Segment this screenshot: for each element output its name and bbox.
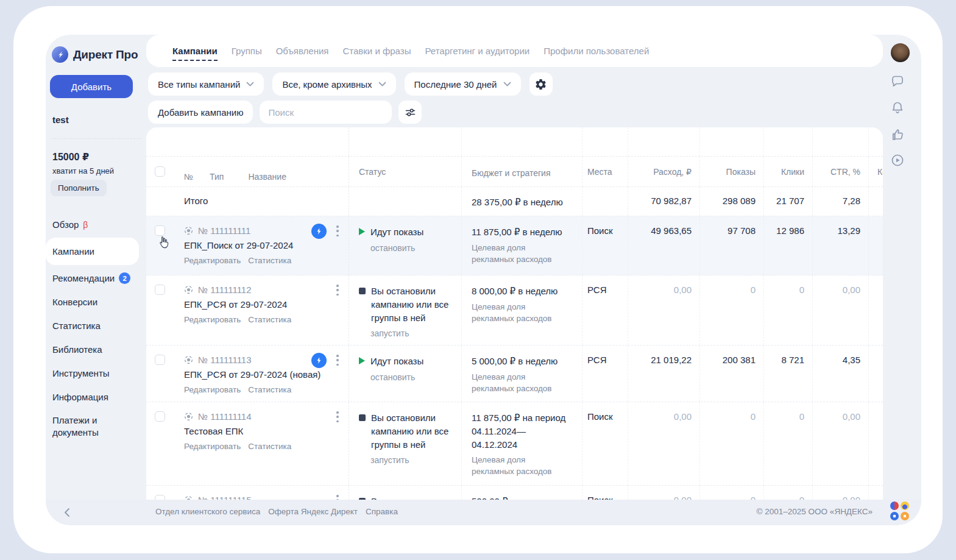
campaign-name[interactable]: ЕПК_Поиск от 29-07-2024 [184,240,327,250]
table-settings-button[interactable] [529,73,553,96]
brand-logo[interactable]: Директ Про [52,46,138,63]
campaign-type-icon [184,412,193,421]
edit-link[interactable]: Редактировать [184,315,241,324]
edit-link[interactable]: Редактировать [184,256,241,265]
start-link[interactable]: запустить [370,328,461,338]
sidebar-divider [52,138,141,139]
stats-link[interactable]: Статистика [248,385,291,394]
status-text: Вы остановили кампанию или все группы в … [371,411,456,451]
brand-name: Директ Про [73,48,138,62]
filter-label: Последние 30 дней [414,79,497,90]
stop-link[interactable]: остановить [370,243,461,253]
ctr-value: 0,00 [812,486,868,500]
row-checkbox[interactable] [155,225,165,236]
filter-row-1: Все типы кампаний Все, кроме архивных По… [148,73,553,96]
campaign-type-filter[interactable]: Все типы кампаний [148,73,264,96]
edit-link[interactable]: Редактировать [184,385,241,394]
col-clicks[interactable]: Клики [763,157,812,186]
shows-value: 200 381 [699,346,763,402]
sidebar-item-library[interactable]: Библиотека [46,338,146,361]
row-menu-button[interactable] [333,410,342,424]
tab-user-profiles[interactable]: Профили пользователей [544,46,649,56]
col-places[interactable]: Места [582,157,628,186]
row-checkbox[interactable] [155,355,165,365]
sidebar-item-recommendations[interactable]: Рекомендации 2 [46,266,146,290]
edit-link[interactable]: Редактировать [184,442,241,451]
sidebar-item-label: Обзор [52,219,79,230]
add-button[interactable]: Добавить [50,75,133,98]
status-text: Идут показы [370,225,423,239]
yandex-services-icons[interactable] [890,502,909,520]
row-menu-button[interactable] [333,494,342,500]
thumbs-up-icon[interactable] [890,127,905,142]
sidebar-item-information[interactable]: Информация [46,385,146,409]
sidebar-item-conversions[interactable]: Конверсии [46,290,146,314]
shows-value: 97 708 [699,216,763,275]
service-icon [901,502,909,510]
row-menu-button[interactable] [333,224,342,238]
footer: Отдел клиентского сервиса Оферта Яндекс … [46,500,921,525]
client-service-link[interactable]: Отдел клиентского сервиса [155,507,260,516]
sidebar-item-tools[interactable]: Инструменты [46,361,146,385]
avatar[interactable] [891,43,910,62]
account-name: test [52,115,69,125]
col-shows[interactable]: Показы [699,157,763,186]
advanced-filters-button[interactable] [398,101,422,124]
tab-campaigns[interactable]: Кампании [172,46,218,61]
row-checkbox[interactable] [155,495,165,500]
collapse-sidebar-icon[interactable] [60,505,75,520]
col-number[interactable]: № [184,172,193,182]
help-link[interactable]: Справка [366,507,398,516]
tab-retargeting[interactable]: Ретаргетинг и аудитории [425,46,529,56]
window-frame: Директ Про Добавить test 15000 ₽ хватит … [13,6,943,553]
col-spend[interactable]: Расход, ₽ [628,157,699,186]
select-all-checkbox[interactable] [155,166,165,177]
period-filter[interactable]: Последние 30 дней [405,73,521,96]
col-name[interactable]: Название [248,172,286,182]
campaign-name[interactable]: ЕПК_РСЯ от 29-07-2024 (новая) [184,369,327,380]
spend-value: 0,00 [628,402,699,485]
campaign-name[interactable]: ЕПК_РСЯ от 29-07-2024 [184,299,327,310]
budget-strategy: Целевая доля рекламных расходов [472,302,569,325]
sidebar-item-campaigns[interactable]: Кампании [46,238,139,265]
topup-button[interactable]: Пополнить [51,180,107,196]
row-checkbox[interactable] [155,285,165,295]
chat-icon[interactable] [890,74,905,88]
places-value: Поиск [582,486,628,500]
sidebar-item-payments[interactable]: Платежи и документы [46,409,119,445]
clicks-value: 0 [763,486,812,500]
ctr-value: 13,29 [812,216,868,275]
campaign-type-icon [184,285,193,294]
places-value: РСЯ [582,275,628,345]
archive-filter[interactable]: Все, кроме архивных [272,73,395,96]
col-budget[interactable]: Бюджет и стратегия [461,157,582,186]
stats-link[interactable]: Статистика [248,442,291,451]
sidebar-menu: Обзор β Кампании Рекомендации 2 Конверси… [46,213,146,445]
stop-link[interactable]: остановить [370,372,461,382]
tab-bids-phrases[interactable]: Ставки и фразы [342,46,411,56]
row-menu-button[interactable] [333,353,342,367]
tab-ads[interactable]: Объявления [276,46,329,56]
col-conversions-clipped[interactable]: Ко [868,157,883,186]
search-input[interactable] [260,101,392,124]
tab-groups[interactable]: Группы [232,46,262,56]
col-status[interactable]: Статус [349,157,461,186]
status-text: Вы остановили [371,495,436,500]
direct-pro-app: Директ Про Добавить test 15000 ₽ хватит … [46,35,921,525]
campaign-name[interactable]: Тестовая ЕПК [184,426,327,436]
col-type[interactable]: Тип [210,172,224,182]
sidebar-item-overview[interactable]: Обзор β [46,213,146,236]
play-circle-icon[interactable] [890,153,905,168]
col-ctr[interactable]: CTR, % [812,157,868,186]
stats-link[interactable]: Статистика [248,315,291,324]
balance-note: хватит на 5 дней [52,166,114,175]
sidebar-item-statistics[interactable]: Статистика [46,314,146,338]
sidebar-item-label: Кампании [52,246,94,257]
start-link[interactable]: запустить [370,455,461,465]
bell-icon[interactable] [890,101,905,115]
row-menu-button[interactable] [333,283,342,297]
stats-link[interactable]: Статистика [248,256,291,265]
offer-link[interactable]: Оферта Яндекс Директ [268,507,358,516]
add-campaign-button[interactable]: Добавить кампанию [148,101,253,124]
row-checkbox[interactable] [155,411,165,422]
